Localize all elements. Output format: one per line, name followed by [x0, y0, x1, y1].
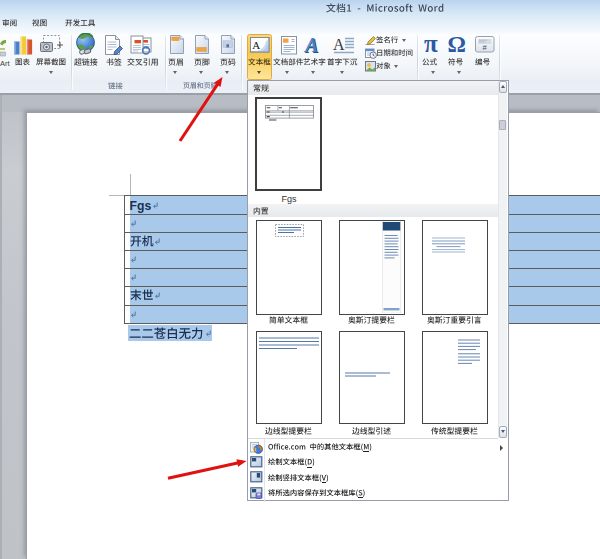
svg-text:A: A: [252, 38, 260, 50]
svg-text:A: A: [333, 36, 345, 53]
